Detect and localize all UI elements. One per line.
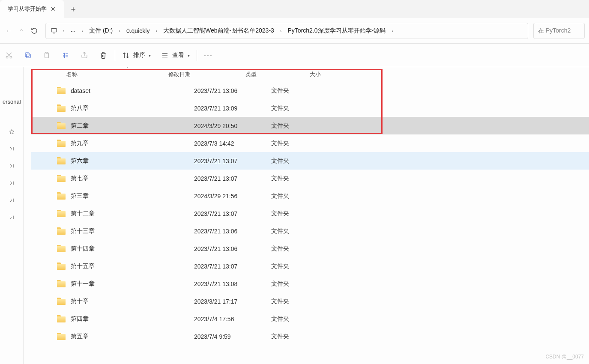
sidebar: ersonal xyxy=(0,67,24,364)
file-row[interactable]: 第四章2023/7/4 17:56文件夹 xyxy=(31,310,589,328)
breadcrumb-ellipsis[interactable]: ··· xyxy=(69,26,78,36)
file-row[interactable]: 第十二章2023/7/21 13:07文件夹 xyxy=(31,205,589,222)
file-name: 第二章 xyxy=(71,122,89,130)
folder-icon xyxy=(57,280,66,288)
copy-button[interactable] xyxy=(19,47,38,64)
file-type: 文件夹 xyxy=(271,87,335,95)
file-row[interactable]: 第六章2023/7/21 13:07文件夹 xyxy=(31,152,589,170)
file-date: 2023/7/21 13:08 xyxy=(194,280,271,287)
file-type: 文件夹 xyxy=(271,333,335,340)
svg-point-2 xyxy=(10,56,12,58)
file-row[interactable]: 第二章2024/3/29 20:50文件夹 xyxy=(31,117,589,134)
breadcrumb[interactable]: › ··· › 文件 (D:) › 0.quickly › 大数据人工智能Web… xyxy=(45,23,528,39)
file-type: 文件夹 xyxy=(271,175,335,182)
quick-access-pin[interactable] xyxy=(0,209,23,226)
sidebar-item-label: ersonal xyxy=(3,98,23,105)
folder-icon xyxy=(57,157,66,165)
chevron-right-icon: › xyxy=(389,28,396,33)
svg-rect-0 xyxy=(51,28,57,32)
file-date: 2023/7/3 14:42 xyxy=(194,140,271,147)
folder-icon xyxy=(57,298,66,305)
search-placeholder: 在 PyTorch2 xyxy=(538,27,571,35)
file-type: 文件夹 xyxy=(271,227,335,235)
file-type: 文件夹 xyxy=(271,245,335,253)
file-row[interactable]: 第十章2023/3/21 17:17文件夹 xyxy=(31,292,589,310)
file-row[interactable]: 第八章2023/7/21 13:09文件夹 xyxy=(31,99,589,117)
breadcrumb-crumb[interactable]: 文件 (D:) xyxy=(87,25,114,36)
folder-icon xyxy=(57,263,66,270)
cut-button[interactable] xyxy=(0,47,19,64)
file-name: 第八章 xyxy=(71,104,89,112)
file-row[interactable]: 第十三章2023/7/21 13:06文件夹 xyxy=(31,222,589,240)
file-name: 第十章 xyxy=(71,298,89,305)
file-date: 2023/7/21 13:07 xyxy=(194,158,271,164)
col-header-type[interactable]: 类型 xyxy=(245,71,310,78)
quick-access-pin[interactable] xyxy=(0,157,23,174)
up-button[interactable]: ^ xyxy=(17,22,26,39)
file-row[interactable]: 第九章2023/7/3 14:42文件夹 xyxy=(31,134,589,152)
active-tab[interactable]: 学习从零开始学 ✕ xyxy=(0,0,64,18)
sort-label: 排序 xyxy=(133,51,145,59)
file-date: 2023/3/21 17:17 xyxy=(194,298,271,305)
sidebar-item-personal[interactable]: ersonal xyxy=(0,93,23,110)
more-button[interactable]: ··· xyxy=(199,47,218,64)
file-row[interactable]: 第十四章2023/7/21 13:06文件夹 xyxy=(31,240,589,257)
chevron-right-icon: › xyxy=(278,28,284,33)
tab-bar: 学习从零开始学 ✕ ＋ xyxy=(0,0,589,18)
file-name: 第十三章 xyxy=(71,227,95,235)
breadcrumb-crumb[interactable]: 0.quickly xyxy=(125,26,151,36)
refresh-button[interactable] xyxy=(26,22,43,39)
file-row[interactable]: 第十一章2023/7/21 13:08文件夹 xyxy=(31,275,589,292)
chevron-right-icon: › xyxy=(153,28,160,33)
breadcrumb-crumb[interactable]: PyTorch2.0深度学习从零开始学-源码 xyxy=(286,25,388,36)
file-panel: ˄ 名称 修改日期 类型 大小 dataset2023/7/21 13:06文件… xyxy=(24,67,589,364)
quick-access-pin[interactable] xyxy=(0,174,23,191)
tab-title: 学习从零开始学 xyxy=(8,5,47,13)
file-date: 2024/3/29 20:50 xyxy=(194,122,271,129)
search-input[interactable]: 在 PyTorch2 xyxy=(533,23,585,39)
quick-access-pin[interactable] xyxy=(0,123,23,140)
file-date: 2024/3/29 21:56 xyxy=(194,193,271,200)
folder-icon xyxy=(57,87,66,95)
view-label: 查看 xyxy=(172,51,184,59)
file-name: 第九章 xyxy=(71,140,89,147)
sort-button[interactable]: 排序 ▾ xyxy=(117,47,156,64)
file-name: 第十二章 xyxy=(71,210,95,218)
file-row[interactable]: dataset2023/7/21 13:06文件夹 xyxy=(31,82,589,99)
col-header-size[interactable]: 大小 xyxy=(310,71,374,78)
address-bar: ← ^ › ··· › 文件 (D:) › 0.quickly › 大数据人工智… xyxy=(0,18,589,44)
paste-button[interactable] xyxy=(38,47,57,64)
chevron-right-icon: › xyxy=(116,28,123,33)
svg-point-1 xyxy=(6,56,8,58)
delete-button[interactable] xyxy=(94,47,113,64)
column-headers[interactable]: ˄ 名称 修改日期 类型 大小 xyxy=(31,67,589,82)
file-row[interactable]: 第三章2024/3/29 21:56文件夹 xyxy=(31,187,589,205)
file-name: 第三章 xyxy=(71,192,89,200)
file-date: 2023/7/21 13:07 xyxy=(194,210,271,217)
file-row[interactable]: 第七章2023/7/21 13:07文件夹 xyxy=(31,170,589,187)
breadcrumb-crumb[interactable]: 大数据人工智能Web前端-图书名单2023-3 xyxy=(161,25,276,36)
toolbar-separator xyxy=(197,50,197,61)
col-header-date[interactable]: 修改日期 xyxy=(168,71,245,78)
file-row[interactable]: 第五章2023/7/4 9:59文件夹 xyxy=(31,328,589,345)
file-date: 2023/7/21 13:07 xyxy=(194,263,271,270)
file-row[interactable]: 第十五章2023/7/21 13:07文件夹 xyxy=(31,257,589,275)
close-tab-icon[interactable]: ✕ xyxy=(48,5,58,13)
rename-button[interactable] xyxy=(57,47,75,64)
file-name: 第十五章 xyxy=(71,263,95,270)
quick-access-pin[interactable] xyxy=(0,191,23,209)
file-name: dataset xyxy=(71,87,90,94)
new-tab-button[interactable]: ＋ xyxy=(64,0,82,18)
file-name: 第四章 xyxy=(71,315,89,323)
chevron-right-icon: › xyxy=(60,28,67,33)
view-button[interactable]: 查看 ▾ xyxy=(156,47,195,64)
folder-icon xyxy=(57,333,66,340)
back-button[interactable]: ← xyxy=(0,22,17,39)
col-header-name[interactable]: 名称 xyxy=(31,71,168,78)
share-button[interactable] xyxy=(75,47,94,64)
folder-icon xyxy=(57,227,66,235)
file-type: 文件夹 xyxy=(271,157,335,165)
main-area: ersonal ˄ 名称 修改日期 类型 大小 dataset2023/7/21… xyxy=(0,67,589,364)
file-date: 2023/7/4 17:56 xyxy=(194,316,271,322)
quick-access-pin[interactable] xyxy=(0,140,23,157)
